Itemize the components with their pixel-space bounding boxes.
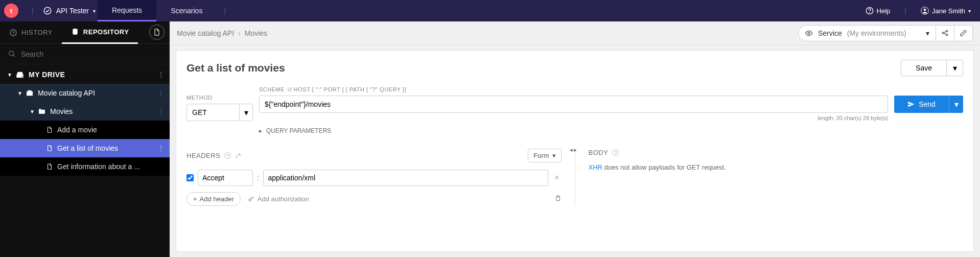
environment-selector[interactable]: Service (My environments) ▾ xyxy=(798,25,936,41)
share-icon xyxy=(941,29,949,37)
new-file-icon xyxy=(153,28,161,36)
search-row xyxy=(0,44,170,64)
more-icon[interactable]: ⋮ xyxy=(157,144,165,152)
svg-point-4 xyxy=(924,9,926,11)
caret-down-icon: ▼ xyxy=(17,90,22,96)
check-circle-icon xyxy=(43,6,52,15)
request-title: Get a list of movies xyxy=(186,62,285,74)
caret-down-icon: ▾ xyxy=(953,63,957,73)
info-icon[interactable]: ? xyxy=(612,149,619,156)
caret-down-icon: ▾ xyxy=(954,100,959,109)
svg-point-2 xyxy=(869,13,870,13)
info-icon[interactable]: ? xyxy=(224,152,231,159)
length-info: length: 20 char(s) 28 byte(s) xyxy=(259,115,888,121)
caret-down-icon: ▾ xyxy=(552,152,556,159)
xhr-link[interactable]: XHR xyxy=(589,163,602,171)
header-row: : × xyxy=(186,170,562,186)
method-select[interactable]: GET ▾ xyxy=(186,104,253,121)
help-icon xyxy=(866,7,874,15)
brand-dropdown[interactable]: API Tester ▾ xyxy=(41,6,98,15)
tree-drive[interactable]: ▼ MY DRIVE ⋮ xyxy=(0,65,170,84)
header-name-input[interactable] xyxy=(198,170,253,186)
svg-point-11 xyxy=(808,32,810,34)
svg-point-7 xyxy=(9,51,14,56)
tree-folder[interactable]: ▼ Movies ⋮ xyxy=(0,102,170,121)
key-icon xyxy=(248,196,254,202)
user-menu[interactable]: Jane Smith ▾ xyxy=(921,7,971,15)
topbar: t | API Tester ▾ Requests Scenarios | He… xyxy=(0,0,980,21)
breadcrumb-bar: Movie catalog API › Movies Service (My e… xyxy=(170,21,980,45)
brand-label: API Tester xyxy=(56,7,89,15)
body-label: BODY xyxy=(589,149,609,156)
search-input[interactable] xyxy=(21,50,161,58)
query-params-toggle[interactable]: ▸ QUERY PARAMETERS xyxy=(259,127,963,134)
file-icon xyxy=(46,163,53,170)
tree-project[interactable]: ▼ Movie catalog API ⋮ xyxy=(0,84,170,102)
chevron-down-icon: ▾ xyxy=(93,8,96,14)
new-button[interactable] xyxy=(149,25,165,40)
method-label: METHOD xyxy=(186,95,253,101)
body-message: XHR does not allow payloads for GET requ… xyxy=(589,163,964,171)
database-icon xyxy=(71,28,79,36)
svg-rect-9 xyxy=(27,91,33,96)
header-value-input[interactable] xyxy=(263,170,548,186)
tree-request-list[interactable]: Get a list of movies ⋮ xyxy=(0,139,170,157)
separator: | xyxy=(32,7,34,15)
clear-headers-button[interactable] xyxy=(554,195,562,204)
pane-divider[interactable]: ◂▸ xyxy=(575,149,575,206)
caret-right-icon[interactable]: ▸ xyxy=(574,147,577,153)
svg-point-0 xyxy=(44,7,51,14)
svg-point-15 xyxy=(249,199,251,201)
chevron-down-icon: ▾ xyxy=(968,8,971,14)
tab-scenarios[interactable]: Scenarios xyxy=(156,0,217,21)
tree-request-add[interactable]: Add a movie xyxy=(0,121,170,139)
sort-icon[interactable]: ↓ᴬ xyxy=(235,152,241,159)
sidebar: HISTORY REPOSITORY ▼ MY DRIVE ⋮ ▼ xyxy=(0,21,170,257)
plus-icon: + xyxy=(193,195,197,203)
save-dropdown[interactable]: ▾ xyxy=(947,60,963,76)
pencil-icon xyxy=(960,29,967,37)
caret-left-icon[interactable]: ◂ xyxy=(570,147,573,153)
more-icon[interactable]: ⋮ xyxy=(157,107,165,115)
eye-icon xyxy=(805,29,813,37)
url-label: SCHEME :// HOST [ ":" PORT ] [ PATH [ "?… xyxy=(259,86,888,92)
app-logo[interactable]: t xyxy=(4,4,18,18)
save-button[interactable]: Save xyxy=(901,60,947,76)
header-enabled-checkbox[interactable] xyxy=(186,174,194,181)
breadcrumb-item[interactable]: Movies xyxy=(245,29,267,37)
user-icon xyxy=(921,7,929,15)
headers-view-select[interactable]: Form ▾ xyxy=(528,149,561,162)
sidebar-tab-history[interactable]: HISTORY xyxy=(0,21,62,44)
svg-rect-10 xyxy=(28,90,32,92)
more-icon[interactable]: ⋮ xyxy=(157,71,165,79)
send-dropdown[interactable]: ▾ xyxy=(949,96,963,113)
caret-right-icon: ▸ xyxy=(259,127,262,134)
project-icon xyxy=(26,89,34,97)
file-icon xyxy=(46,145,53,152)
drive-icon xyxy=(15,70,25,79)
edit-button[interactable] xyxy=(954,25,973,41)
caret-down-icon: ▼ xyxy=(30,109,35,114)
trash-icon xyxy=(554,195,562,202)
more-icon[interactable]: ⋮ xyxy=(157,89,165,97)
breadcrumb-item[interactable]: Movie catalog API xyxy=(177,29,234,37)
sidebar-tab-repository[interactable]: REPOSITORY xyxy=(62,21,138,44)
remove-header-button[interactable]: × xyxy=(552,173,562,182)
tree-request-info[interactable]: Get information about a ... xyxy=(0,157,170,176)
help-link[interactable]: Help xyxy=(866,7,891,15)
add-authorization-button[interactable]: Add authorization xyxy=(248,195,309,203)
file-icon xyxy=(46,126,53,133)
share-button[interactable] xyxy=(936,25,954,41)
headers-label: HEADERS xyxy=(186,152,220,159)
chevron-right-icon: › xyxy=(238,29,241,37)
url-input[interactable] xyxy=(259,96,888,113)
search-icon xyxy=(8,50,16,58)
svg-point-8 xyxy=(22,76,23,77)
caret-down-icon: ▾ xyxy=(926,29,929,37)
add-header-button[interactable]: + Add header xyxy=(186,192,241,206)
separator: | xyxy=(224,7,226,15)
tab-requests[interactable]: Requests xyxy=(98,0,156,21)
folder-icon xyxy=(38,107,46,115)
history-icon xyxy=(9,29,17,37)
send-button[interactable]: Send xyxy=(894,96,949,113)
